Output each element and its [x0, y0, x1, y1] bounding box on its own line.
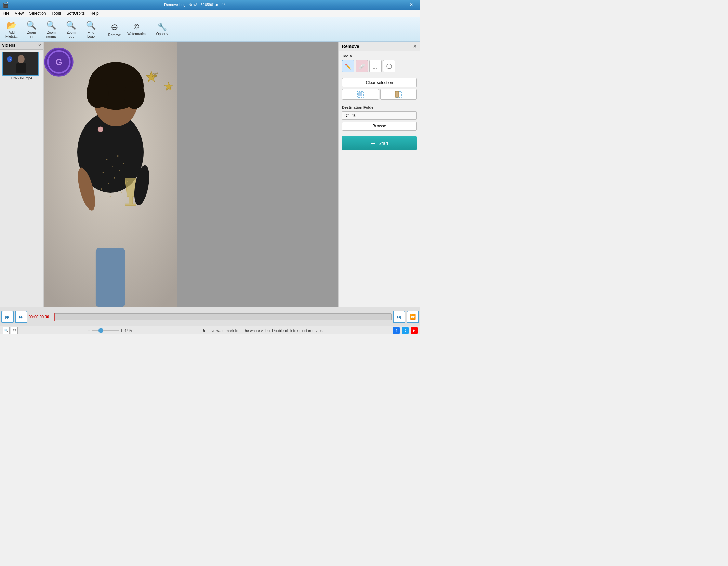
- zoom-handle[interactable]: [98, 328, 103, 333]
- sidebar-title: Videos: [2, 43, 15, 48]
- menu-view[interactable]: View: [12, 10, 26, 17]
- svg-point-11: [124, 81, 145, 109]
- clear-selection-button[interactable]: Clear selection: [342, 78, 417, 87]
- eraser-tool-button[interactable]: 🩹: [356, 60, 368, 72]
- step-back-button[interactable]: ⏭: [15, 311, 27, 323]
- svg-point-12: [106, 159, 107, 160]
- go-to-start-button[interactable]: ⏮: [1, 311, 14, 323]
- svg-point-18: [108, 183, 109, 184]
- thumbnail-label: 6265961.mp4: [2, 76, 41, 80]
- statusbar: 🔍 ⬚ − + 44% Remove watermark from the wh…: [0, 326, 420, 334]
- zoom-select-button[interactable]: ⬚: [11, 327, 18, 334]
- zoom-in-label: Zoomin: [27, 31, 36, 38]
- zoom-control: − + 44%: [87, 328, 132, 333]
- zoom-normal-icon: 🔍: [46, 21, 56, 30]
- rect-select-tool-button[interactable]: [369, 60, 382, 72]
- zoom-fit-button[interactable]: 🔍: [3, 327, 10, 334]
- toolbar: 📂 Add File(s)... 🔍 Zoomin 🔍 Zoomnormal 🔍…: [0, 17, 420, 42]
- svg-point-16: [114, 177, 115, 179]
- pencil-tool-button[interactable]: ✏️: [342, 60, 354, 72]
- tools-label: Tools: [342, 54, 417, 58]
- menu-tools[interactable]: Tools: [49, 10, 64, 17]
- step-forward-button[interactable]: ⏭: [393, 311, 405, 323]
- select-partial-button[interactable]: [380, 89, 417, 100]
- menu-file[interactable]: File: [0, 10, 12, 17]
- zoom-out-icon: 🔍: [66, 21, 76, 30]
- panel-header: Remove ✕: [339, 42, 420, 51]
- timeline-time: 00:00:00.00: [29, 315, 53, 319]
- svg-point-22: [110, 196, 111, 197]
- find-logo-button[interactable]: 🔍 FindLogo: [81, 19, 101, 40]
- main-content: Videos ✕ G 6265961.mp4: [0, 42, 420, 307]
- toolbar-separator-1: [103, 21, 103, 38]
- destination-input[interactable]: [342, 111, 417, 120]
- menubar: File View Selection Tools SoftOrbits Hel…: [0, 10, 420, 17]
- options-label: Options: [156, 32, 168, 36]
- remove-label: Remove: [108, 33, 121, 37]
- add-files-icon: 📂: [6, 21, 17, 30]
- start-button[interactable]: ➡ Start: [342, 136, 417, 150]
- video-area: G New Year: [44, 42, 338, 307]
- browse-button[interactable]: Browse: [342, 122, 417, 131]
- zoom-in-icon: 🔍: [26, 21, 37, 30]
- svg-point-30: [98, 127, 103, 132]
- panel-close-button[interactable]: ✕: [413, 44, 417, 49]
- remove-button[interactable]: ⊖ Remove: [105, 19, 124, 40]
- start-label: Start: [378, 140, 388, 146]
- video-canvas: G New Year: [44, 42, 177, 307]
- go-to-end-button[interactable]: ⏩: [407, 311, 419, 323]
- right-panel: Remove ✕ Tools ✏️ 🩹 Clear selection: [338, 42, 420, 307]
- svg-text:G: G: [56, 58, 62, 67]
- panel-title: Remove: [342, 44, 359, 49]
- svg-point-10: [87, 79, 109, 108]
- add-files-label: Add File(s)...: [5, 31, 18, 38]
- menu-selection[interactable]: Selection: [26, 10, 49, 17]
- lasso-tool-button[interactable]: [383, 60, 395, 72]
- watermarks-label: Watermarks: [127, 32, 146, 36]
- svg-rect-2: [16, 63, 26, 73]
- options-icon: 🔧: [158, 23, 167, 31]
- sidebar-header: Videos ✕: [0, 42, 43, 50]
- facebook-icon[interactable]: f: [393, 327, 400, 334]
- titlebar: 🎬 Remove Logo Now! - 6265961.mp4* ─ □ ✕: [0, 0, 420, 10]
- zoom-normal-label: Zoomnormal: [46, 31, 57, 38]
- svg-point-17: [119, 170, 120, 171]
- zoom-out-label: Zoomout: [67, 31, 76, 38]
- menu-softorbits[interactable]: SoftOrbits: [64, 10, 88, 17]
- selection-mode-row: [342, 89, 417, 100]
- close-button[interactable]: ✕: [405, 0, 418, 10]
- select-all-button[interactable]: [342, 89, 379, 100]
- find-logo-label: FindLogo: [87, 31, 95, 38]
- gray-area: [177, 42, 338, 307]
- zoom-slider[interactable]: [92, 330, 119, 331]
- zoom-out-button[interactable]: 🔍 Zoomout: [62, 19, 81, 40]
- thumbnail-image: G: [2, 52, 39, 76]
- find-logo-icon: 🔍: [86, 21, 96, 30]
- svg-rect-36: [373, 64, 378, 69]
- maximize-button[interactable]: □: [393, 0, 405, 10]
- statusbar-left: 🔍 ⬚: [3, 327, 18, 334]
- remove-icon: ⊖: [111, 22, 118, 32]
- timeline-right-buttons: ⏭ ⏩: [393, 311, 419, 323]
- video-thumbnail[interactable]: G 6265961.mp4: [2, 52, 41, 80]
- sidebar-close-button[interactable]: ✕: [38, 43, 41, 48]
- zoom-minus-button[interactable]: −: [87, 328, 90, 333]
- tools-section: Tools ✏️ 🩹: [339, 51, 420, 78]
- zoom-plus-button[interactable]: +: [120, 328, 123, 333]
- add-files-button[interactable]: 📂 Add File(s)...: [2, 19, 21, 40]
- timeline-track[interactable]: [54, 313, 392, 320]
- timeline-playhead: [54, 313, 55, 321]
- watermarks-button[interactable]: © Watermarks: [125, 19, 148, 40]
- zoom-normal-button[interactable]: 🔍 Zoomnormal: [42, 19, 61, 40]
- twitter-icon[interactable]: t: [402, 327, 409, 334]
- svg-point-13: [112, 166, 113, 167]
- youtube-icon[interactable]: ▶: [411, 327, 418, 334]
- svg-rect-38: [359, 93, 362, 96]
- minimize-button[interactable]: ─: [381, 0, 393, 10]
- svg-point-1: [18, 55, 25, 63]
- toolbar-separator-2: [150, 21, 150, 38]
- svg-rect-40: [395, 91, 399, 97]
- zoom-in-button[interactable]: 🔍 Zoomin: [22, 19, 41, 40]
- menu-help[interactable]: Help: [88, 10, 102, 17]
- options-button[interactable]: 🔧 Options: [153, 19, 172, 40]
